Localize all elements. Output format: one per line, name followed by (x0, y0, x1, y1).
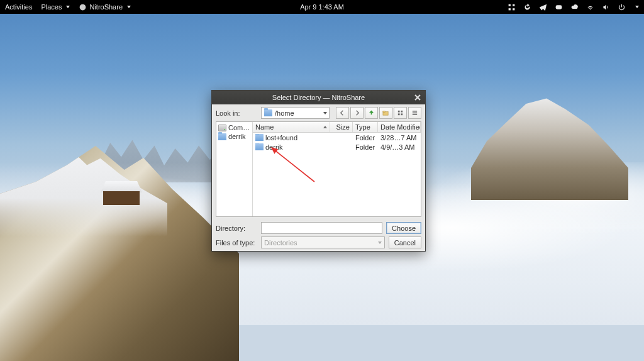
folder-icon (255, 143, 264, 150)
column-type[interactable]: Type (353, 122, 378, 132)
svg-rect-10 (398, 113, 400, 115)
power-icon[interactable] (618, 3, 626, 11)
file-row[interactable]: derrik Folder 4/9/…3 AM (253, 142, 421, 152)
svg-rect-2 (513, 4, 514, 6)
activities-button[interactable]: Activities (5, 3, 32, 11)
file-type: Folder (353, 143, 378, 151)
top-bar: Activities Places NitroShare Apr 9 1:43 … (0, 0, 644, 14)
file-name: lost+found (265, 134, 297, 142)
tray-icon-1[interactable] (508, 3, 516, 11)
back-button[interactable] (336, 107, 349, 119)
files-of-type-label: Files of type: (216, 239, 257, 247)
tray-cloud-icon[interactable] (570, 3, 579, 11)
file-date: 3/28…7 AM (378, 134, 421, 142)
sidebar-item-label: derrik (228, 133, 246, 140)
list-view-button[interactable] (394, 107, 407, 119)
folder-icon (264, 109, 272, 116)
app-icon (79, 3, 87, 11)
drive-icon (218, 125, 226, 131)
app-menu[interactable]: NitroShare (79, 3, 131, 11)
tray-discord-icon[interactable] (555, 3, 563, 11)
svg-rect-5 (556, 5, 562, 9)
places-menu[interactable]: Places (41, 3, 70, 11)
close-button[interactable] (413, 92, 423, 103)
sidebar-item-computer[interactable]: Com… (216, 123, 252, 132)
svg-rect-4 (513, 8, 514, 10)
look-in-combo[interactable]: /home (261, 107, 330, 119)
arrow-up-icon (368, 109, 375, 116)
volume-icon[interactable] (602, 3, 610, 11)
system-menu-chevron-icon[interactable] (635, 6, 639, 8)
file-type: Folder (353, 134, 378, 142)
places-sidebar: Com… derrik (216, 122, 253, 216)
column-name[interactable]: Name (253, 122, 330, 132)
svg-rect-9 (401, 111, 402, 113)
file-date: 4/9/…3 AM (378, 143, 421, 151)
svg-rect-8 (398, 111, 400, 113)
column-size[interactable]: Size (330, 122, 353, 132)
chevron-down-icon (323, 112, 327, 114)
svg-rect-1 (509, 4, 511, 6)
arrow-left-icon (339, 109, 346, 116)
file-list-header: Name Size Type Date Modified (253, 122, 421, 133)
directory-label: Directory: (216, 225, 257, 232)
cancel-button[interactable]: Cancel (389, 236, 421, 248)
detail-view-button[interactable] (408, 107, 421, 119)
files-of-type-value: Directories (264, 239, 297, 247)
choose-button[interactable]: Choose (386, 222, 421, 234)
chevron-down-icon (127, 6, 131, 8)
file-browser: Com… derrik Name Size Type Date Modified… (216, 121, 421, 217)
svg-rect-3 (509, 8, 511, 10)
detail-view-icon (411, 109, 418, 116)
close-icon (414, 94, 421, 101)
files-of-type-combo[interactable]: Directories (261, 236, 385, 248)
network-icon[interactable] (586, 3, 594, 11)
tray-refresh-icon[interactable] (523, 3, 531, 11)
forward-button[interactable] (350, 107, 364, 119)
dialog-titlebar[interactable]: Select Directory — NitroShare (212, 91, 425, 104)
chevron-down-icon (378, 242, 382, 244)
new-folder-button[interactable] (379, 107, 392, 119)
chevron-down-icon (66, 6, 70, 8)
svg-point-0 (80, 4, 86, 10)
directory-input[interactable] (261, 222, 382, 234)
svg-rect-7 (383, 111, 386, 113)
file-name: derrik (265, 143, 283, 151)
svg-rect-11 (401, 113, 402, 115)
places-label: Places (41, 3, 62, 11)
folder-icon (218, 133, 226, 140)
arrow-right-icon (353, 109, 360, 116)
new-folder-icon (382, 109, 389, 116)
sort-asc-icon (323, 126, 327, 128)
column-date[interactable]: Date Modified (378, 122, 421, 132)
sidebar-item-derrik[interactable]: derrik (216, 132, 252, 141)
select-directory-dialog: Select Directory — NitroShare Look in: /… (211, 90, 426, 252)
dialog-title: Select Directory — NitroShare (272, 94, 365, 101)
sidebar-item-label: Com… (228, 124, 250, 131)
look-in-label: Look in: (216, 109, 257, 117)
tray-telegram-icon[interactable] (539, 3, 547, 11)
parent-dir-button[interactable] (365, 107, 378, 119)
app-menu-label: NitroShare (89, 3, 123, 11)
look-in-path: /home (275, 109, 294, 117)
folder-icon (255, 134, 264, 141)
file-list: Name Size Type Date Modified lost+found … (253, 122, 421, 216)
svg-line-12 (272, 148, 314, 182)
clock[interactable]: Apr 9 1:43 AM (300, 3, 344, 11)
file-row[interactable]: lost+found Folder 3/28…7 AM (253, 133, 421, 142)
list-view-icon (397, 109, 404, 116)
